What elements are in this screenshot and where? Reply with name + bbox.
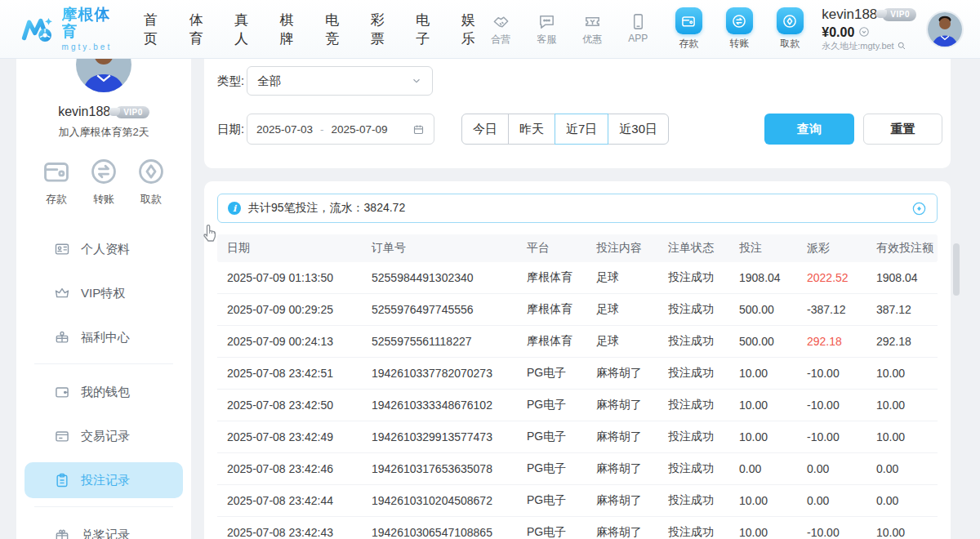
wallet-action-0[interactable]: 存款: [670, 7, 707, 51]
quicklink-2[interactable]: 优惠: [575, 12, 609, 47]
table-cell: PG电子: [527, 366, 596, 381]
nav-item-7[interactable]: 娱乐: [461, 11, 484, 48]
quicklink-1[interactable]: 客服: [529, 12, 564, 47]
table-cell: 麻将胡了: [596, 493, 668, 508]
sidebar-item-8[interactable]: 兑奖记录: [24, 517, 183, 539]
table-cell: 387.12: [876, 303, 938, 316]
table-cell: 10.00: [876, 526, 938, 539]
table-cell: 2025-07-09 00:24:13: [217, 335, 372, 348]
range-button-3[interactable]: 近30日: [608, 114, 669, 145]
sidebar-item-0[interactable]: 个人资料: [24, 231, 183, 267]
sidebar-item-label: 个人资料: [81, 242, 130, 257]
table-cell: 292.18: [876, 335, 938, 348]
table-cell: 500.00: [739, 303, 807, 316]
wallet-action-1[interactable]: 转账: [720, 7, 758, 51]
table-header-cell: 订单号: [372, 241, 527, 256]
nav-item-6[interactable]: 电子: [416, 11, 439, 48]
table-cell: 投注成功: [668, 366, 739, 381]
sidebar-item-5[interactable]: 交易记录: [24, 418, 183, 454]
info-icon: i: [228, 202, 241, 215]
user-info-block: kevin188 VIP0 ¥0.00 永久地址:mgty.bet: [822, 7, 916, 51]
table-row: 2025-07-08 23:42:461942610317653635078PG…: [217, 453, 938, 485]
table-cell: 1908.04: [739, 271, 807, 284]
table-cell: 投注成功: [668, 302, 739, 317]
vip-badge: VIP0: [882, 8, 916, 21]
sidebar-item-6[interactable]: 投注记录: [24, 462, 183, 498]
redeem-icon: [54, 527, 70, 539]
date-range-input[interactable]: 2025-07-03 - 2025-07-09: [247, 114, 434, 145]
sidebar-action-1[interactable]: 转账: [88, 156, 119, 207]
date-filter-label: 日期:: [217, 122, 247, 137]
summary-text: 共计95笔投注，流水：3824.72: [248, 201, 405, 216]
sidebar-item-1[interactable]: VIP特权: [24, 275, 183, 311]
range-button-1[interactable]: 昨天: [508, 114, 555, 145]
table-cell: PG电子: [527, 461, 596, 476]
sidebar-action-0[interactable]: 存款: [41, 156, 72, 207]
table-header-cell: 日期: [217, 241, 372, 256]
table-cell: 10.00: [739, 399, 807, 412]
query-button[interactable]: 查询: [764, 114, 854, 145]
sidebar-item-2[interactable]: 福利中心: [24, 319, 183, 355]
table-cell: 10.00: [739, 526, 807, 539]
scrollbar-thumb[interactable]: [953, 243, 960, 296]
table-header-cell: 投注: [739, 241, 807, 256]
sidebar-item-label: VIP特权: [81, 286, 125, 301]
sidebar-item-4[interactable]: 我的钱包: [24, 374, 183, 410]
nav-item-2[interactable]: 真人: [234, 11, 257, 48]
search-icon[interactable]: [897, 41, 906, 51]
table-cell: 投注成功: [668, 525, 739, 539]
table-cell: 10.00: [739, 430, 807, 443]
range-button-0[interactable]: 今日: [461, 114, 509, 145]
balance-refresh-icon[interactable]: [858, 26, 870, 38]
nav-item-5[interactable]: 彩票: [371, 11, 394, 48]
calendar-icon: [412, 123, 425, 136]
table-row: 2025-07-08 23:42:431942610306547108865PG…: [217, 517, 938, 539]
table-cell: 投注成功: [668, 493, 739, 508]
profile-icon: [54, 241, 70, 257]
quicklink-label: 客服: [537, 33, 556, 47]
table-cell: -387.12: [807, 303, 876, 316]
table-header-cell: 平台: [527, 241, 596, 256]
logo-subtitle: mgty.bet: [62, 42, 120, 51]
table-row: 2025-07-08 23:42:491942610329913577473PG…: [217, 421, 938, 453]
wallet-action-label: 转账: [729, 37, 749, 51]
quicklink-3[interactable]: APP: [621, 12, 655, 47]
expand-icon[interactable]: [911, 201, 927, 216]
sidebar-item-label: 投注记录: [81, 473, 130, 488]
table-cell: -10.00: [807, 399, 876, 412]
table-cell: 摩根体育: [527, 270, 596, 285]
wallet-action-2[interactable]: 取款: [771, 7, 808, 51]
deposit-icon: [41, 156, 72, 187]
sidebar-join-text: 加入摩根体育第2天: [16, 125, 191, 140]
table-row: 2025-07-08 23:42:511942610337782070273PG…: [217, 358, 938, 390]
nav-item-4[interactable]: 电竞: [325, 11, 348, 48]
sidebar-menu: 个人资料 VIP特权 福利中心 我的钱包 交易记录 投注记录 兑奖记录: [16, 231, 191, 539]
user-avatar[interactable]: [926, 11, 964, 48]
brand-logo[interactable]: 摩根体育 mgty.bet: [21, 7, 119, 51]
range-button-2[interactable]: 近7日: [555, 114, 608, 145]
table-cell: 麻将胡了: [596, 366, 668, 381]
table-cell: 2025-07-08 23:42:43: [217, 526, 372, 539]
table-cell: 1942610329913577473: [372, 430, 527, 443]
table-header-cell: 投注内容: [596, 241, 668, 256]
chevron-down-icon: [411, 75, 422, 87]
table-cell: 0.00: [876, 462, 938, 475]
table-cell: 1942610310204508672: [372, 494, 527, 507]
table-cell: PG电子: [527, 430, 596, 444]
username[interactable]: kevin188: [822, 7, 877, 23]
quicklink-0[interactable]: 合营: [483, 12, 518, 47]
wallet-action-label: 存款: [679, 37, 698, 51]
sidebar-vip-badge: VIP0: [115, 106, 149, 118]
table-row: 2025-07-09 01:13:505255984491302340摩根体育足…: [217, 262, 938, 294]
type-filter-label: 类型:: [217, 74, 247, 89]
reset-button[interactable]: 重置: [863, 114, 942, 145]
table-row: 2025-07-09 00:29:255255976497745556摩根体育足…: [217, 294, 938, 326]
table-cell: 10.00: [739, 367, 807, 380]
table-cell: 5255975561118227: [372, 335, 527, 348]
nav-item-1[interactable]: 体育: [189, 11, 212, 48]
nav-item-0[interactable]: 首页: [144, 11, 167, 48]
type-select[interactable]: 全部: [247, 66, 433, 96]
sidebar-action-2[interactable]: 取款: [136, 156, 167, 207]
nav-item-3[interactable]: 棋牌: [280, 11, 303, 48]
table-cell: 投注成功: [668, 430, 739, 444]
